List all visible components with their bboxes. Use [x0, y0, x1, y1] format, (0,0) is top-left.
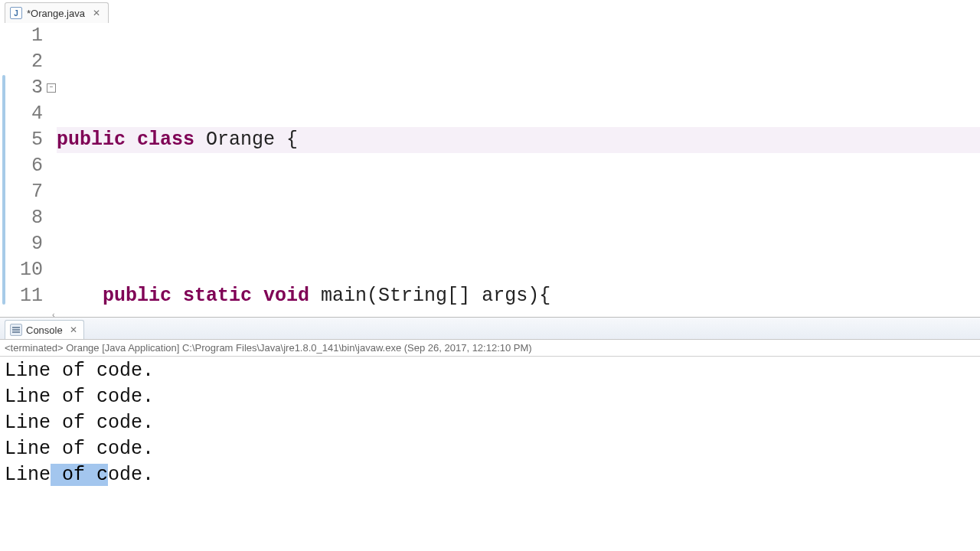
console-tab[interactable]: Console ✕ — [5, 320, 84, 339]
close-icon[interactable]: ✕ — [93, 8, 100, 18]
line-number: 4 — [8, 101, 43, 127]
keyword: public — [57, 129, 126, 151]
console-line: Line of code. — [5, 410, 975, 436]
keyword: void — [263, 285, 309, 307]
keyword: public — [103, 285, 172, 307]
editor-tab-filename: *Orange.java — [27, 8, 85, 19]
close-icon[interactable]: ✕ — [70, 324, 77, 335]
console-icon — [10, 324, 22, 336]
line-number: 2 — [8, 49, 43, 75]
keyword: class — [137, 129, 194, 151]
console-tab-label: Console — [26, 324, 63, 336]
line-number: 10 — [8, 257, 43, 283]
line-number: 7 — [8, 179, 43, 205]
chevron-left-icon[interactable]: ‹ — [52, 310, 55, 317]
console-line: Line of code. — [5, 384, 975, 410]
editor-tab-bar: J *Orange.java ✕ — [0, 0, 980, 23]
line-number-gutter: 1 2 3 4 5 6 7 8 9 10 11 — [8, 23, 46, 303]
console-run-header: <terminated> Orange [Java Application] C… — [0, 340, 980, 357]
editor-pane: J *Orange.java ✕ 1 2 3 4 5 6 7 8 9 10 11… — [0, 0, 980, 317]
line-number: 3 — [8, 75, 43, 101]
console-line: Line of code. — [5, 358, 975, 384]
marker-bar — [0, 23, 8, 303]
editor-tab-orange[interactable]: J *Orange.java ✕ — [5, 2, 109, 23]
console-output[interactable]: Line of code. Line of code. Line of code… — [0, 357, 980, 490]
line-number: 9 — [8, 231, 43, 257]
console-tab-bar: Console ✕ — [0, 318, 980, 340]
text-selection: of c — [51, 464, 108, 486]
console-line: Line of code. — [5, 436, 975, 462]
line-number: 5 — [8, 127, 43, 153]
line-number: 11 — [8, 283, 43, 309]
fold-toggle-icon[interactable]: – — [47, 83, 56, 93]
line-number: 6 — [8, 153, 43, 179]
java-file-icon: J — [10, 7, 22, 19]
method-range-marker — [2, 75, 5, 305]
line-number: 1 — [8, 23, 43, 49]
keyword: static — [183, 285, 252, 307]
console-pane: Console ✕ <terminated> Orange [Java Appl… — [0, 317, 980, 551]
code-text[interactable]: public class Orange { public static void… — [57, 23, 980, 303]
console-line: Line of code. — [5, 462, 975, 488]
line-number: 8 — [8, 205, 43, 231]
fold-bar: – — [46, 23, 57, 303]
code-area[interactable]: 1 2 3 4 5 6 7 8 9 10 11 – public class O… — [0, 23, 980, 303]
